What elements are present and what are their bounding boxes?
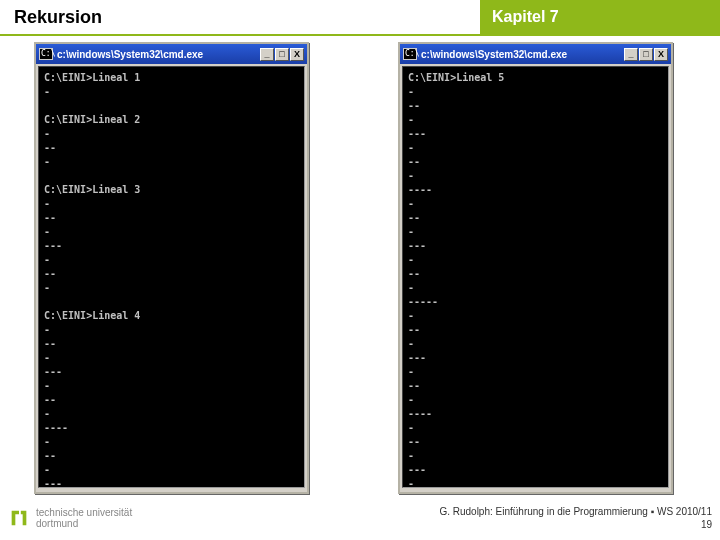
terminal-line: -- — [408, 435, 663, 449]
terminal-line: ---- — [408, 183, 663, 197]
terminal-line: - — [44, 127, 299, 141]
terminal-line: - — [408, 197, 663, 211]
terminal-line: - — [408, 365, 663, 379]
cmd-title-right: c:\windows\System32\cmd.exe — [421, 49, 620, 60]
terminal-line: ----- — [408, 295, 663, 309]
terminal-line: C:\EINI>Lineal 2 — [44, 113, 299, 127]
terminal-line: - — [44, 85, 299, 99]
terminal-line: ---- — [408, 407, 663, 421]
terminal-line: --- — [408, 463, 663, 477]
slide-footer: technische universität dortmund G. Rudol… — [0, 496, 720, 540]
terminal-line: -- — [44, 267, 299, 281]
maximize-button[interactable]: □ — [275, 48, 289, 61]
terminal-line: --- — [408, 127, 663, 141]
terminal-line: -- — [408, 267, 663, 281]
terminal-line: --- — [408, 351, 663, 365]
terminal-line: - — [408, 393, 663, 407]
minimize-button[interactable]: _ — [260, 48, 274, 61]
chapter-title: Kapitel 7 — [480, 0, 720, 36]
terminal-line: - — [44, 435, 299, 449]
close-button[interactable]: X — [290, 48, 304, 61]
terminal-line: - — [408, 337, 663, 351]
terminal-line: - — [44, 155, 299, 169]
terminal-line: -- — [408, 323, 663, 337]
credits: G. Rudolph: Einführung in die Programmie… — [439, 505, 712, 531]
terminal-line: ---- — [44, 421, 299, 435]
terminal-line: C:\EINI>Lineal 1 — [44, 71, 299, 85]
terminal-line — [44, 99, 299, 113]
terminal-line: - — [44, 463, 299, 477]
terminal-line: --- — [44, 239, 299, 253]
terminal-line: - — [44, 225, 299, 239]
terminal-line: -- — [44, 393, 299, 407]
author-line: G. Rudolph: Einführung in die Programmie… — [439, 505, 712, 518]
terminal-line: --- — [44, 365, 299, 379]
terminal-line: - — [408, 85, 663, 99]
tu-logo-icon — [8, 507, 30, 529]
minimize-button[interactable]: _ — [624, 48, 638, 61]
terminal-line: -- — [408, 379, 663, 393]
cmd-title-left: c:\windows\System32\cmd.exe — [57, 49, 256, 60]
terminal-line: - — [44, 351, 299, 365]
titlebar-left: C:\ c:\windows\System32\cmd.exe _ □ X — [36, 44, 307, 64]
terminal-line: -- — [408, 211, 663, 225]
terminal-line — [44, 295, 299, 309]
terminal-line: --- — [408, 239, 663, 253]
cmd-window-left: C:\ c:\windows\System32\cmd.exe _ □ X C:… — [34, 42, 309, 494]
terminal-line: - — [408, 477, 663, 488]
terminal-line: - — [408, 113, 663, 127]
cmd-icon: C:\ — [39, 48, 53, 60]
terminal-line: C:\EINI>Lineal 4 — [44, 309, 299, 323]
terminal-line: - — [44, 379, 299, 393]
terminal-line: - — [44, 407, 299, 421]
titlebar-right: C:\ c:\windows\System32\cmd.exe _ □ X — [400, 44, 671, 64]
page-number: 19 — [439, 518, 712, 531]
terminal-line: --- — [44, 477, 299, 488]
uni-name-line2: dortmund — [36, 518, 132, 529]
terminal-line: -- — [408, 155, 663, 169]
terminal-line: - — [408, 225, 663, 239]
terminal-line: -- — [408, 99, 663, 113]
uni-name-line1: technische universität — [36, 507, 132, 518]
terminal-line: - — [408, 449, 663, 463]
terminal-line — [44, 169, 299, 183]
terminal-line: -- — [44, 337, 299, 351]
terminal-line: - — [408, 141, 663, 155]
university-logo: technische universität dortmund — [8, 507, 132, 529]
terminal-line: -- — [44, 211, 299, 225]
terminal-line: - — [408, 253, 663, 267]
terminal-line: - — [44, 253, 299, 267]
close-button[interactable]: X — [654, 48, 668, 61]
terminal-line: -- — [44, 449, 299, 463]
terminal-line: - — [44, 197, 299, 211]
terminal-line: - — [44, 323, 299, 337]
slide-body: C:\ c:\windows\System32\cmd.exe _ □ X C:… — [0, 36, 720, 496]
slide-header: Rekursion Kapitel 7 — [0, 0, 720, 36]
cmd-window-right: C:\ c:\windows\System32\cmd.exe _ □ X C:… — [398, 42, 673, 494]
terminal-line: - — [408, 421, 663, 435]
maximize-button[interactable]: □ — [639, 48, 653, 61]
topic-title: Rekursion — [0, 0, 480, 36]
terminal-line: -- — [44, 141, 299, 155]
terminal-line: - — [408, 281, 663, 295]
terminal-line: C:\EINI>Lineal 3 — [44, 183, 299, 197]
cmd-icon: C:\ — [403, 48, 417, 60]
terminal-right: C:\EINI>Lineal 5------------------------… — [402, 66, 669, 488]
terminal-line: - — [44, 281, 299, 295]
terminal-line: - — [408, 169, 663, 183]
terminal-left: C:\EINI>Lineal 1- C:\EINI>Lineal 2---- C… — [38, 66, 305, 488]
terminal-line: C:\EINI>Lineal 5 — [408, 71, 663, 85]
terminal-line: - — [408, 309, 663, 323]
